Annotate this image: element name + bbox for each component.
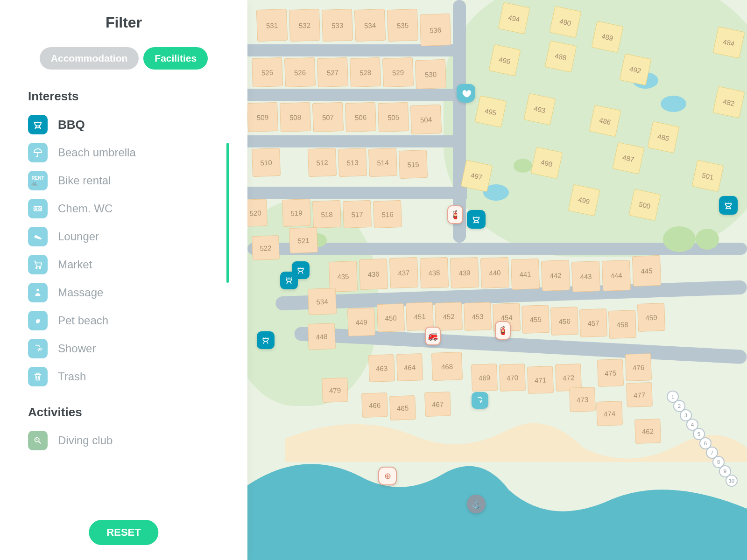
lot[interactable]: 458 bbox=[608, 310, 636, 339]
lot[interactable]: 453 bbox=[464, 302, 492, 331]
lot[interactable]: 465 bbox=[389, 395, 416, 420]
lot[interactable]: 522 bbox=[252, 235, 280, 260]
lot[interactable]: 529 bbox=[382, 57, 414, 87]
lot[interactable]: 467 bbox=[424, 392, 451, 417]
bbq-marker[interactable] bbox=[280, 272, 298, 289]
lot[interactable]: 456 bbox=[550, 307, 578, 336]
lot[interactable]: 444 bbox=[602, 260, 631, 291]
lot[interactable]: 498 bbox=[531, 147, 563, 179]
lot[interactable]: 474 bbox=[596, 401, 623, 426]
tab-facilities[interactable]: Facilities bbox=[143, 47, 208, 70]
bbq-marker[interactable] bbox=[719, 196, 738, 215]
lot[interactable]: 505 bbox=[378, 102, 409, 132]
lot[interactable]: 489 bbox=[592, 21, 624, 53]
lot[interactable]: 508 bbox=[280, 102, 311, 132]
lot[interactable]: 438 bbox=[420, 257, 449, 288]
lot[interactable]: 482 bbox=[713, 86, 745, 119]
interest-shower[interactable]: Shower bbox=[28, 337, 219, 360]
lot[interactable]: 435 bbox=[329, 261, 358, 292]
lot[interactable]: 479 bbox=[322, 378, 348, 403]
lot[interactable]: 452 bbox=[435, 302, 463, 331]
lot[interactable]: 487 bbox=[613, 142, 645, 175]
lot[interactable]: 535 bbox=[387, 9, 418, 42]
lot[interactable]: 527 bbox=[317, 57, 348, 87]
tab-accommodation[interactable]: Accommodation bbox=[40, 47, 139, 70]
interest-massage[interactable]: Massage bbox=[28, 281, 219, 304]
bbq-marker[interactable] bbox=[257, 331, 275, 349]
lot[interactable]: 484 bbox=[713, 27, 745, 59]
lot[interactable]: 443 bbox=[571, 261, 600, 292]
lot[interactable]: 439 bbox=[450, 257, 479, 288]
bbq-marker[interactable] bbox=[467, 210, 486, 229]
lot[interactable]: 436 bbox=[359, 259, 388, 290]
lot[interactable]: 496 bbox=[489, 44, 521, 77]
lot[interactable]: 534 bbox=[308, 288, 337, 315]
lot[interactable]: 470 bbox=[499, 364, 526, 392]
lot[interactable]: 501 bbox=[692, 160, 724, 192]
interest-bbq[interactable]: BBQ bbox=[28, 113, 219, 136]
lot[interactable]: 514 bbox=[368, 148, 397, 177]
lot[interactable]: 449 bbox=[347, 308, 375, 336]
scrollbar[interactable] bbox=[226, 143, 229, 283]
lot[interactable]: 475 bbox=[597, 359, 624, 387]
lot[interactable]: 469 bbox=[471, 364, 498, 392]
lot[interactable]: 513 bbox=[338, 148, 367, 177]
lot[interactable]: 473 bbox=[569, 387, 596, 412]
lot[interactable]: 492 bbox=[620, 54, 652, 86]
lot[interactable]: 450 bbox=[377, 303, 405, 332]
heart-marker[interactable] bbox=[457, 84, 475, 103]
lot[interactable]: 471 bbox=[527, 366, 554, 394]
interest-lounger[interactable]: Lounger bbox=[28, 225, 219, 248]
lot[interactable]: 507 bbox=[312, 102, 344, 132]
lot[interactable]: 517 bbox=[343, 200, 372, 228]
lot[interactable]: 534 bbox=[354, 9, 386, 42]
lot[interactable]: 448 bbox=[308, 323, 336, 350]
lot[interactable]: 445 bbox=[632, 255, 661, 287]
lot[interactable]: 519 bbox=[282, 199, 311, 227]
lot[interactable]: 497 bbox=[461, 160, 493, 192]
interest-umbrella[interactable]: Beach umbrella bbox=[28, 141, 219, 164]
lot[interactable]: 531 bbox=[256, 9, 288, 42]
lot[interactable]: 463 bbox=[368, 354, 395, 382]
shower-marker[interactable] bbox=[472, 392, 488, 409]
fire-ext-marker[interactable]: 🧯 bbox=[447, 205, 463, 224]
lot[interactable]: 466 bbox=[361, 392, 388, 418]
lot[interactable]: 526 bbox=[284, 57, 316, 87]
map-canvas[interactable]: /* rows rendered below with inline divs … bbox=[247, 0, 747, 560]
lot[interactable]: 457 bbox=[579, 308, 607, 337]
lot[interactable]: 510 bbox=[252, 148, 281, 177]
lot[interactable]: 468 bbox=[431, 352, 463, 381]
interest-petbeach[interactable]: Pet beach bbox=[28, 309, 219, 332]
lifering-marker[interactable]: ⊕ bbox=[378, 467, 397, 485]
interest-chemwc[interactable]: Chem. WC bbox=[28, 197, 219, 220]
lot[interactable]: 530 bbox=[415, 59, 446, 89]
lot[interactable]: 528 bbox=[350, 57, 381, 87]
hydrant-marker[interactable]: 🚒 bbox=[425, 327, 441, 345]
lot[interactable]: 493 bbox=[524, 93, 556, 126]
lot[interactable]: 477 bbox=[626, 382, 653, 407]
anchor-marker[interactable]: ⚓ bbox=[467, 495, 486, 513]
lot[interactable]: 516 bbox=[373, 200, 402, 228]
interest-trash[interactable]: Trash bbox=[28, 365, 219, 388]
lot[interactable]: 494 bbox=[498, 2, 530, 35]
interest-bike[interactable]: RENT🚲 Bike rental bbox=[28, 169, 219, 192]
lot[interactable]: 488 bbox=[545, 41, 577, 73]
fire-ext-marker[interactable]: 🧯 bbox=[495, 321, 511, 340]
lot[interactable]: 536 bbox=[420, 14, 451, 46]
lot[interactable]: 533 bbox=[322, 9, 353, 42]
lot[interactable]: 455 bbox=[521, 305, 550, 334]
lot[interactable]: 521 bbox=[289, 227, 318, 253]
lot[interactable]: 486 bbox=[589, 105, 621, 137]
lot[interactable]: 515 bbox=[399, 150, 428, 179]
lot[interactable]: 495 bbox=[475, 96, 507, 128]
lot[interactable]: 459 bbox=[637, 303, 665, 332]
lot[interactable]: 512 bbox=[308, 148, 337, 177]
lot[interactable]: 440 bbox=[480, 257, 509, 288]
lot[interactable]: 504 bbox=[410, 105, 442, 134]
lot[interactable]: 441 bbox=[511, 259, 540, 290]
reset-button[interactable]: RESET bbox=[89, 520, 158, 545]
lot[interactable]: 490 bbox=[550, 6, 582, 38]
lot[interactable]: 532 bbox=[289, 9, 320, 42]
lot[interactable]: 442 bbox=[541, 260, 570, 291]
lot[interactable]: 476 bbox=[625, 353, 652, 381]
